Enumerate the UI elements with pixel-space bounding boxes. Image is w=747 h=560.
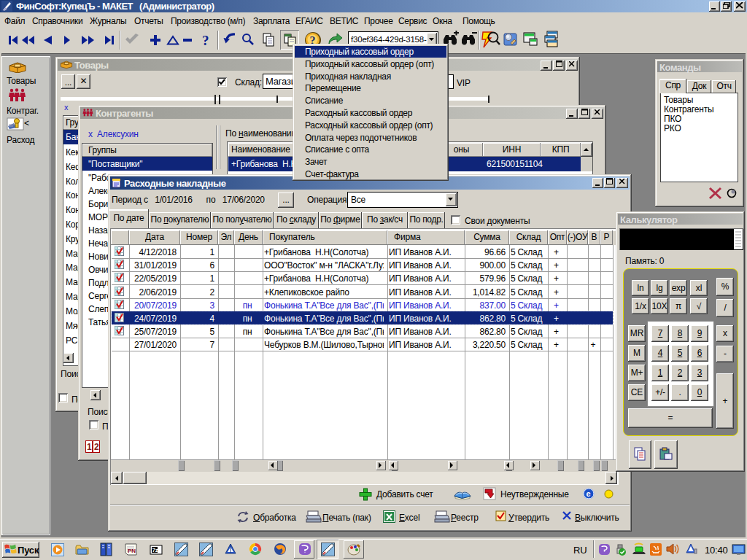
- svg-text:?: ?: [202, 33, 209, 48]
- svg-text:7z: 7z: [152, 547, 158, 553]
- svg-text:PN: PN: [128, 548, 136, 554]
- svg-text:e: e: [587, 489, 591, 498]
- svg-text:1: 1: [87, 442, 92, 452]
- svg-text:2: 2: [94, 442, 99, 452]
